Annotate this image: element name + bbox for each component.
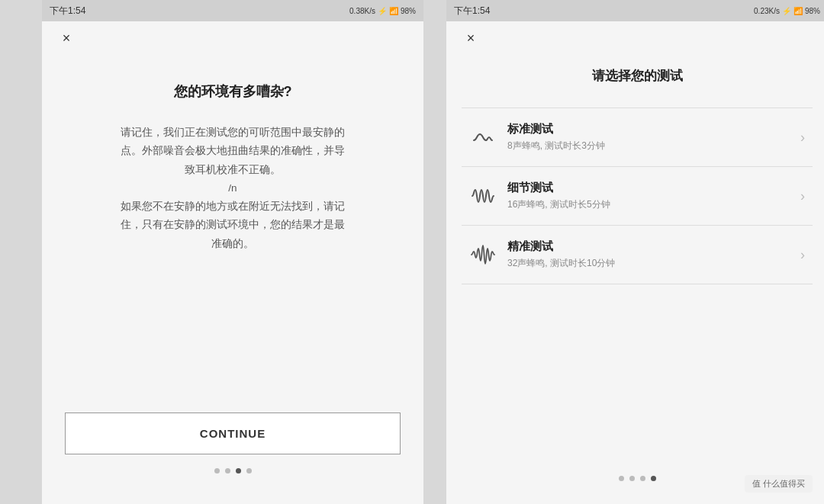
dot2-2 — [629, 476, 635, 481]
network-speed-1: 0.38K/s — [349, 7, 375, 15]
test-item-detailed[interactable]: 细节测试 16声蜂鸣, 测试时长5分钟 › — [462, 167, 813, 226]
standard-test-icon — [469, 124, 497, 151]
screen2: 下午1:54 0.23K/s ⚡ 📶 98% × 请选择您的测试 — [446, 0, 824, 504]
precise-test-name: 精准测试 — [507, 239, 794, 254]
test-list: 标准测试 8声蜂鸣, 测试时长3分钟 › 细节测试 16声蜂鸣, 测试时长5分钟 — [462, 108, 813, 461]
screen1-body: 请记住，我们正在测试您的可听范围中最安静的 点。外部噪音会极大地扭曲结果的准确性… — [121, 124, 345, 253]
chevron-icon-precise: › — [800, 247, 805, 263]
standard-test-name: 标准测试 — [507, 122, 794, 136]
standard-test-info: 标准测试 8声蜂鸣, 测试时长3分钟 — [507, 122, 794, 152]
standard-test-desc: 8声蜂鸣, 测试时长3分钟 — [507, 140, 794, 152]
dot-3 — [236, 468, 241, 474]
chevron-icon-standard: › — [800, 130, 805, 146]
battery-2: 98% — [805, 7, 820, 15]
close-button-2[interactable]: × — [462, 29, 480, 47]
status-icons-1: 0.38K/s ⚡ 📶 98% — [349, 7, 416, 15]
precise-test-info: 精准测试 32声蜂鸣, 测试时长10分钟 — [507, 239, 794, 270]
detailed-test-desc: 16声蜂鸣, 测试时长5分钟 — [507, 198, 794, 211]
chevron-icon-detailed: › — [800, 188, 805, 204]
wifi-icon: 📶 — [389, 7, 398, 15]
precise-test-icon — [469, 241, 497, 268]
wifi-icon-2: 📶 — [793, 7, 803, 15]
close-icon-2: × — [467, 30, 475, 47]
dot2-4 — [651, 476, 656, 481]
screen1: 下午1:54 0.38K/s ⚡ 📶 98% × 您的环境有多嘈杂? 请记住，我… — [42, 0, 423, 504]
page-dots-1 — [65, 468, 401, 474]
screens-wrapper: 下午1:54 0.38K/s ⚡ 📶 98% × 您的环境有多嘈杂? 请记住，我… — [0, 0, 824, 504]
close-icon-1: × — [63, 30, 71, 47]
close-button-1[interactable]: × — [57, 29, 76, 47]
screen1-title: 您的环境有多嘈杂? — [174, 82, 292, 101]
dot2-3 — [640, 476, 645, 481]
watermark: 值 什么值得买 — [745, 475, 813, 493]
network-speed-2: 0.23K/s — [754, 7, 780, 15]
dot-4 — [246, 468, 252, 474]
detailed-test-icon — [469, 182, 497, 210]
status-icons-2: 0.23K/s ⚡ 📶 98% — [754, 7, 820, 15]
bluetooth-icon: ⚡ — [378, 7, 387, 15]
precise-test-desc: 32声蜂鸣, 测试时长10分钟 — [507, 257, 794, 270]
screen2-content: 请选择您的测试 标准测试 8声蜂鸣, 测试时长3分钟 › — [446, 21, 824, 504]
status-bar-2: 下午1:54 0.23K/s ⚡ 📶 98% — [446, 0, 824, 21]
detailed-test-name: 细节测试 — [507, 181, 794, 195]
time-2: 下午1:54 — [454, 5, 490, 18]
continue-button[interactable]: CONTINUE — [65, 413, 401, 454]
dot-2 — [225, 468, 230, 474]
screen1-content: 您的环境有多嘈杂? 请记住，我们正在测试您的可听范围中最安静的 点。外部噪音会极… — [42, 21, 423, 504]
battery-1: 98% — [401, 7, 416, 15]
dot-1 — [214, 468, 220, 474]
dot2-1 — [619, 476, 624, 481]
screen2-title: 请选择您的测试 — [462, 67, 813, 85]
status-bar-1: 下午1:54 0.38K/s ⚡ 📶 98% — [42, 0, 423, 21]
watermark-label: 值 什么值得买 — [752, 478, 805, 490]
test-item-standard[interactable]: 标准测试 8声蜂鸣, 测试时长3分钟 › — [462, 108, 813, 167]
test-item-precise[interactable]: 精准测试 32声蜂鸣, 测试时长10分钟 › — [462, 226, 813, 284]
bluetooth-icon-2: ⚡ — [782, 7, 791, 15]
detailed-test-info: 细节测试 16声蜂鸣, 测试时长5分钟 — [507, 181, 794, 211]
time-1: 下午1:54 — [50, 5, 85, 18]
